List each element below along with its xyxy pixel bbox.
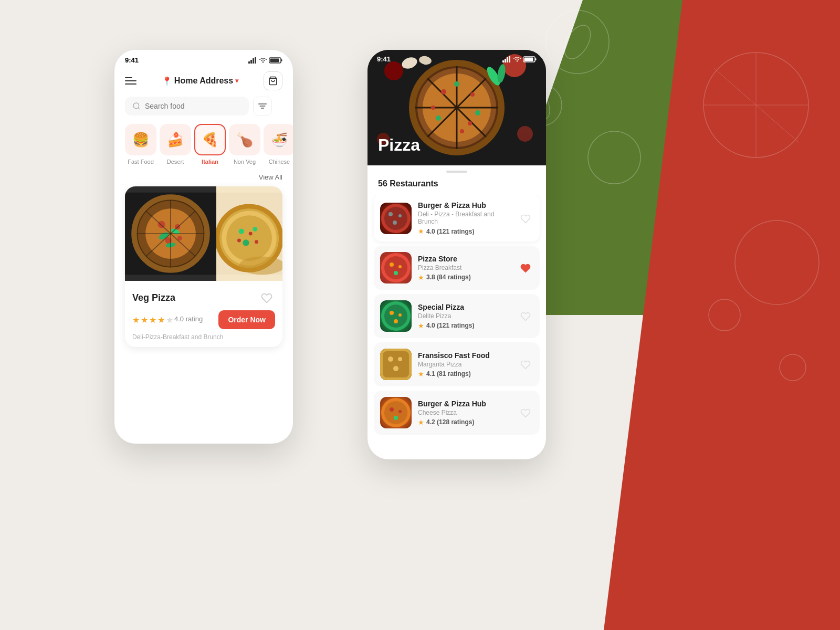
hero-section: 9:41	[368, 50, 546, 165]
svg-point-93	[384, 256, 407, 279]
signal-icon	[248, 57, 257, 64]
svg-point-11	[780, 354, 806, 381]
restaurant-item-2[interactable]: Special Pizza Delite Pizza ★ 4.0 (121 ra…	[374, 294, 540, 338]
svg-rect-82	[509, 56, 510, 62]
pin-icon: 📍	[162, 76, 172, 86]
view-all-button[interactable]: View All	[259, 173, 282, 181]
restaurant-type-1: Pizza Breakfast	[418, 264, 511, 271]
category-icon-fast-food: 🍔	[125, 124, 156, 155]
svg-point-69	[468, 121, 472, 125]
featured-info: Veg Pizza ★ ★ ★ ★ ★ 4.0 rating	[125, 281, 282, 347]
svg-point-50	[237, 239, 241, 243]
svg-rect-13	[250, 60, 252, 64]
restaurant-rating-3: ★ 4.1 (81 ratings)	[418, 370, 511, 378]
restaurant-item-4[interactable]: Burger & Pizza Hub Cheese Pizza ★ 4.2 (1…	[374, 391, 540, 435]
star-2: ★	[141, 315, 148, 325]
fav-button-2[interactable]	[518, 308, 533, 324]
svg-point-2	[588, 131, 640, 184]
restaurant-type-3: Margarita Pizza	[418, 361, 511, 368]
restaurant-name-0: Burger & Pizza Hub	[418, 201, 511, 209]
deco-red	[672, 0, 840, 420]
restaurant-type-0: Deli - Pizza - Breakfast and Brunch	[418, 211, 511, 225]
svg-point-10	[709, 299, 740, 331]
svg-point-109	[390, 407, 394, 412]
star-3: ★	[149, 315, 156, 325]
battery-icon-right	[523, 56, 537, 62]
svg-point-3	[559, 21, 596, 64]
category-fast-food[interactable]: 🍔 Fast Food	[125, 124, 156, 165]
status-icons-right	[502, 56, 537, 62]
restaurant-name-3: Fransisco Fast Food	[418, 351, 511, 360]
svg-point-111	[394, 416, 398, 420]
filter-button[interactable]	[253, 97, 272, 116]
category-icon-desert: 🍰	[160, 124, 191, 155]
restaurant-info-4: Burger & Pizza Hub Cheese Pizza ★ 4.2 (1…	[418, 400, 511, 426]
food-name: Veg Pizza	[132, 292, 175, 303]
pizza-svg-light	[216, 186, 282, 281]
hamburger-menu[interactable]	[125, 77, 136, 85]
restaurant-thumb-img-2	[380, 300, 412, 332]
svg-rect-15	[255, 57, 256, 64]
svg-rect-85	[524, 57, 533, 61]
bag-button[interactable]	[264, 71, 282, 90]
svg-point-110	[398, 410, 402, 413]
featured-card[interactable]: Veg Pizza ★ ★ ★ ★ ★ 4.0 rating	[125, 186, 282, 347]
category-icon-chinese: 🍜	[264, 124, 293, 155]
search-wrap[interactable]	[125, 97, 249, 116]
food-actions-row: Veg Pizza	[132, 289, 275, 306]
svg-line-22	[138, 108, 140, 109]
pizza-image-light	[216, 186, 282, 281]
rating-star-3: ★	[418, 370, 424, 378]
star-1: ★	[132, 315, 140, 325]
category-desert[interactable]: 🍰 Desert	[160, 124, 191, 165]
svg-point-46	[239, 228, 244, 234]
pizza-image-dark	[125, 186, 216, 281]
svg-rect-103	[383, 351, 409, 377]
search-input[interactable]	[145, 102, 242, 110]
category-chinese[interactable]: 🍜 Chinese	[264, 124, 293, 165]
fav-button-1[interactable]	[518, 260, 533, 276]
restaurant-rating-1: ★ 3.8 (84 ratings)	[418, 274, 511, 281]
hero-title: Pizza	[378, 135, 420, 155]
header-nav-left: 📍 Home Address ▾	[114, 67, 293, 97]
category-italian[interactable]: 🍕 Italian	[194, 124, 226, 165]
dropdown-arrow-icon: ▾	[235, 77, 238, 85]
restaurant-item-3[interactable]: Fransisco Fast Food Margarita Pizza ★ 4.…	[374, 342, 540, 386]
restaurant-rating-0: ★ 4.0 (121 ratings)	[418, 227, 511, 235]
rating-star-4: ★	[418, 418, 424, 426]
status-bar-left: 9:41	[114, 50, 293, 67]
scroll-dot	[446, 171, 467, 173]
svg-point-104	[388, 356, 393, 362]
category-icon-non-veg: 🍗	[229, 124, 260, 155]
scroll-indicator	[368, 165, 546, 176]
restaurant-thumb-img-1	[380, 252, 412, 284]
svg-rect-19	[281, 59, 282, 61]
svg-rect-79	[502, 60, 504, 62]
status-icons-left	[248, 57, 282, 64]
location-label[interactable]: 📍 Home Address ▾	[162, 76, 238, 86]
svg-point-99	[390, 311, 394, 315]
fav-button-0[interactable]	[518, 211, 533, 226]
restaurant-rating-4: ★ 4.2 (128 ratings)	[418, 418, 511, 426]
favorite-button[interactable]	[258, 289, 275, 306]
category-non-veg[interactable]: 🍗 Non Veg	[229, 124, 260, 165]
restaurants-count: 56 Restaurants	[368, 176, 546, 195]
order-now-button[interactable]: Order Now	[218, 310, 275, 329]
rating-star-1: ★	[418, 274, 424, 281]
category-label-chinese: Chinese	[269, 159, 290, 165]
food-description: Deli-Pizza-Breakfast and Brunch	[132, 333, 275, 341]
fav-button-4[interactable]	[518, 405, 533, 421]
restaurant-item-0[interactable]: Burger & Pizza Hub Deli - Pizza - Breakf…	[374, 195, 540, 242]
category-label-fast-food: Fast Food	[128, 159, 154, 165]
svg-rect-81	[507, 57, 508, 62]
restaurant-type-2: Delite Pizza	[418, 312, 511, 320]
svg-point-83	[517, 60, 518, 61]
restaurant-item-1[interactable]: Pizza Store Pizza Breakfast ★ 3.8 (84 ra…	[374, 246, 540, 290]
rating-val-4: 4.2 (128 ratings)	[426, 418, 474, 426]
featured-images	[125, 186, 282, 281]
rating-val-0: 4.0 (121 ratings)	[426, 228, 474, 235]
svg-point-108	[384, 401, 407, 424]
svg-point-73	[460, 129, 464, 133]
phone-right: 9:41	[368, 50, 546, 459]
fav-button-3[interactable]	[518, 356, 533, 372]
